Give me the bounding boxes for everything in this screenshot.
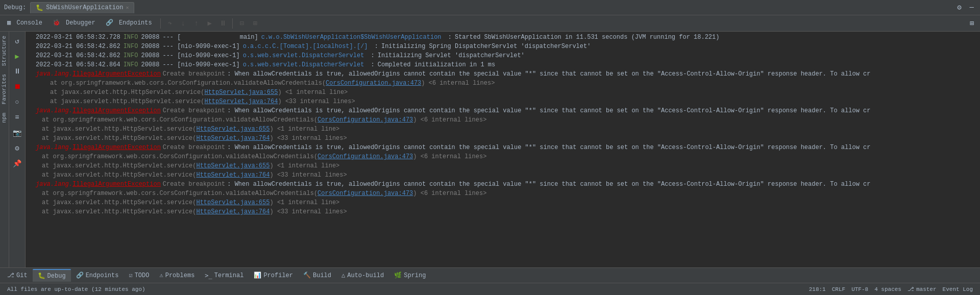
exception-link[interactable]: IllegalArgumentException: [72, 143, 161, 152]
tab-build[interactable]: 🔨 Build: [298, 269, 336, 281]
auto-build-icon: △: [341, 272, 345, 279]
step-over-btn[interactable]: ↷: [164, 17, 176, 30]
filter-icon[interactable]: ≡: [10, 110, 24, 125]
mute-breakpoints-icon[interactable]: ○: [10, 95, 24, 109]
toolbar-separator-2: [232, 18, 233, 29]
tab-spring[interactable]: 🌿 Spring: [389, 269, 431, 281]
debug-icon: 🐛: [38, 272, 45, 280]
step-into-btn[interactable]: ↓: [177, 17, 189, 30]
profiler-label: Profiler: [263, 272, 293, 279]
sidebar-pause-icon[interactable]: ⏸: [10, 64, 24, 79]
endpoints-tab-icon: 🔗: [76, 272, 84, 279]
build-icon: 🔨: [303, 272, 311, 279]
stack-link[interactable]: CorsConfiguration.java:473: [317, 115, 413, 125]
branch-text: master: [916, 286, 937, 292]
log-class[interactable]: o.s.web.servlet.DispatcherServlet: [243, 60, 364, 69]
branch[interactable]: ⎇ master: [904, 286, 940, 292]
log-line: java.lang.IllegalArgumentException Creat…: [26, 143, 980, 152]
create-bp-label[interactable]: Create breakpoint: [163, 69, 225, 79]
minimize-icon[interactable]: —: [968, 2, 976, 13]
stacktrace-line: at javax.servlet.http.HttpServlet.servic…: [26, 125, 980, 134]
at-text: at org.springframework.web.cors.CorsConf…: [42, 115, 317, 125]
stop-icon[interactable]: ⏹: [10, 80, 24, 94]
stack-link[interactable]: HttpServlet.java:764: [196, 170, 270, 180]
title-bar-controls: ⚙ —: [955, 2, 976, 13]
at-text: at javax.servlet.http.HttpServlet.servic…: [42, 161, 196, 170]
step-out-btn[interactable]: ↑: [190, 17, 203, 30]
log-thread: --- [nio-9090-exec-1]: [162, 51, 239, 60]
create-bp-label[interactable]: Create breakpoint: [163, 106, 225, 115]
app-tab[interactable]: 🐛 SbWishUserApplication ✕: [30, 2, 134, 13]
log-class[interactable]: c.w.o.SbWishUserApplication$SbWishUserAp…: [261, 33, 442, 42]
log-class[interactable]: o.a.c.c.C.[Tomcat].[localhost].[/]: [243, 42, 368, 51]
endpoints-icon: 🔗: [106, 19, 113, 27]
log-class[interactable]: o.s.web.servlet.DispatcherServlet: [243, 51, 364, 60]
tab-endpoints[interactable]: 🔗 Endpoints: [71, 269, 124, 281]
debugger-label: Debugger: [66, 19, 95, 27]
log-line: 2022-03-21 06:58:42.862 INFO 20088 --- […: [26, 42, 980, 51]
tab-terminal[interactable]: >_ Terminal: [200, 270, 249, 281]
toolbar-tabs: ▦ Console 🐞 Debugger 🔗 Endpoints: [2, 17, 157, 30]
tab-debugger[interactable]: 🐞 Debugger: [47, 17, 101, 30]
stack-link[interactable]: HttpServlet.java:764: [196, 134, 270, 143]
encoding[interactable]: UTF-8: [848, 286, 871, 292]
stack-link[interactable]: CorsConfiguration.java:473: [317, 152, 413, 161]
exception-link[interactable]: IllegalArgumentException: [72, 106, 161, 115]
toolbar: ▦ Console 🐞 Debugger 🔗 Endpoints ↷ ↓ ↑ ▶…: [0, 15, 980, 32]
exception-link[interactable]: IllegalArgumentException: [72, 69, 161, 79]
indent[interactable]: 4 spaces: [871, 286, 904, 292]
terminal-label: Terminal: [214, 272, 244, 279]
log-line: java.lang.IllegalArgumentException Creat…: [26, 180, 980, 189]
event-log[interactable]: Event Log: [940, 286, 976, 292]
log-area[interactable]: 2022-03-21 06:58:32.728 INFO 20088 --- […: [26, 32, 980, 267]
stack-link[interactable]: CorsConfiguration.java:473: [317, 189, 413, 198]
debugger-icon: 🐞: [53, 19, 60, 27]
stack-link[interactable]: HttpServlet.java:655: [196, 125, 270, 134]
files-status[interactable]: All files are up-to-date (12 minutes ago…: [4, 286, 149, 292]
settings-icon[interactable]: ⚙: [955, 2, 963, 13]
app-tab-close[interactable]: ✕: [126, 5, 129, 11]
stack-link[interactable]: HttpServlet.java:655: [196, 161, 270, 170]
stacktrace-line: at org.springframework.web.cors.CorsConf…: [26, 115, 980, 125]
create-bp-label[interactable]: Create breakpoint: [163, 180, 225, 189]
tab-profiler[interactable]: 📊 Profiler: [249, 269, 298, 281]
tab-problems[interactable]: ⚠ Problems: [154, 269, 200, 281]
tab-git[interactable]: ⎇ Git: [2, 269, 33, 281]
sidebar-settings-icon[interactable]: ⚙: [10, 141, 24, 155]
restart-icon[interactable]: ↺: [10, 34, 24, 48]
stacktrace-line: at javax.servlet.http.HttpServlet.servic…: [26, 207, 980, 216]
threads-btn[interactable]: ⊞: [249, 17, 261, 30]
stack-link[interactable]: HttpServlet.java:655: [196, 198, 270, 207]
stack-link[interactable]: HttpServlet.java:764: [196, 207, 270, 216]
pin-icon[interactable]: 📌: [10, 156, 24, 170]
stack-link[interactable]: CorsConfiguration.java:473: [326, 79, 421, 88]
resume-btn[interactable]: ▶: [204, 17, 216, 30]
layout-btn[interactable]: ⊞: [966, 17, 978, 30]
tab-endpoints[interactable]: 🔗 Endpoints: [101, 17, 157, 30]
log-line: 2022-03-21 06:58:42.862 INFO 20088 --- […: [26, 51, 980, 60]
frames-btn[interactable]: ⊟: [236, 17, 248, 30]
camera-icon[interactable]: 📷: [10, 126, 24, 140]
line-ending[interactable]: CRLF: [829, 286, 848, 292]
git-icon: ⎇: [7, 272, 14, 279]
exception-link[interactable]: IllegalArgumentException: [72, 180, 161, 189]
stack-link[interactable]: HttpServlet.java:764: [204, 97, 278, 106]
structure-label[interactable]: Structure: [0, 32, 9, 70]
run-icon[interactable]: ▶: [10, 49, 24, 63]
create-bp-label[interactable]: Create breakpoint: [163, 143, 225, 152]
stacktrace-line: at org.springframework.web.cors.CorsConf…: [26, 189, 980, 198]
todo-icon: ☑: [129, 272, 132, 279]
internal-lines: ) <6 internal lines>: [413, 189, 486, 198]
pause-btn[interactable]: ⏸: [217, 17, 229, 30]
cursor-position[interactable]: 218:1: [806, 286, 829, 292]
npm-label[interactable]: npm: [0, 109, 9, 127]
tab-auto-build[interactable]: △ Auto-build: [336, 269, 389, 281]
tab-todo[interactable]: ☑ TODO: [124, 269, 154, 281]
log-message: Completed initialization in 1 ms: [378, 60, 495, 69]
profiler-icon: 📊: [254, 272, 261, 279]
stack-link[interactable]: HttpServlet.java:655: [204, 88, 278, 97]
tab-debug[interactable]: 🐛 Debug: [33, 269, 71, 282]
tab-console[interactable]: ▦ Console: [2, 17, 47, 30]
git-label: Git: [16, 272, 28, 279]
favorites-label[interactable]: Favorites: [0, 70, 9, 108]
